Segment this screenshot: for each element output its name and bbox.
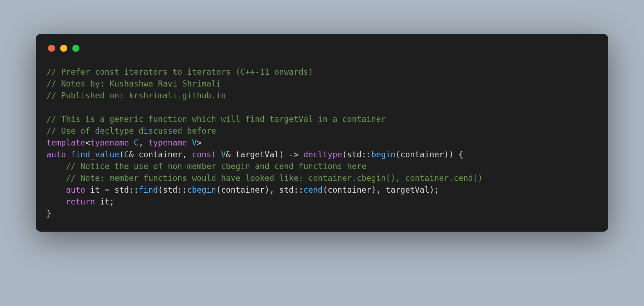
code-comment: // Published on: krshrimali.github.io [47, 91, 226, 100]
code-punct: :: [294, 185, 303, 194]
window-traffic-lights [48, 45, 597, 52]
traffic-minimize-icon[interactable] [60, 45, 67, 52]
code-punct: > [197, 138, 202, 147]
code-namespace: std [114, 185, 129, 194]
code-namespace: std [163, 185, 177, 194]
code-punct: ), [371, 185, 386, 194]
code-punct: ( [158, 185, 163, 194]
code-namespace: std [279, 185, 294, 194]
code-comment: // Notes by: Kushashwa Ravi Shrimali [47, 79, 221, 88]
code-punct: ) -> [279, 150, 303, 159]
code-space [216, 150, 221, 159]
code-punct: = [100, 185, 114, 194]
code-comment: // Notice the use of non-member cbegin a… [47, 162, 366, 171]
code-function: cbegin [187, 185, 216, 194]
code-comment: // This is a generic function which will… [47, 114, 386, 124]
code-namespace: std [347, 150, 362, 159]
code-keyword: auto [47, 150, 66, 159]
code-punct: :: [362, 150, 371, 159]
code-punct: )) { [444, 150, 463, 159]
code-punct: :: [129, 185, 138, 194]
code-keyword: typename [148, 138, 187, 147]
code-card: // Prefer const iterators to iterators (… [36, 34, 608, 232]
traffic-zoom-icon[interactable] [72, 45, 79, 52]
code-identifier: targetVal [235, 150, 279, 159]
code-punct: & [226, 150, 235, 159]
code-punct: ( [119, 150, 124, 159]
code-type: C [129, 138, 138, 147]
code-comment: // Note: member functions would have loo… [47, 173, 483, 183]
code-punct: , [182, 150, 192, 159]
code-indent [47, 197, 66, 206]
code-comment: // Use of decltype discussed before [47, 126, 216, 135]
code-punct: } [47, 209, 52, 218]
code-block: // Prefer const iterators to iterators (… [47, 66, 597, 219]
traffic-close-icon[interactable] [48, 45, 55, 52]
code-punct: ; [109, 197, 114, 206]
code-identifier: targetVal [386, 185, 429, 194]
code-keyword: return [66, 197, 95, 206]
code-space [95, 197, 100, 206]
code-space [85, 185, 90, 194]
code-punct: ); [429, 185, 439, 194]
code-identifier: container [221, 185, 265, 194]
code-type: V [221, 150, 226, 159]
code-punct: ( [323, 185, 328, 194]
code-type: V [187, 138, 197, 147]
code-identifier: it [100, 197, 109, 206]
code-card-inner: // Prefer const iterators to iterators (… [36, 34, 608, 232]
code-keyword: const [192, 150, 216, 159]
code-keyword: template [47, 138, 85, 147]
code-function: find [138, 185, 158, 194]
code-punct: ), [265, 185, 279, 194]
code-punct: & [129, 150, 138, 159]
code-punct: < [85, 138, 90, 147]
code-punct: , [138, 138, 148, 147]
code-comment: // Prefer const iterators to iterators (… [47, 67, 313, 76]
code-punct: ( [216, 185, 221, 194]
code-identifier: container [328, 185, 371, 194]
code-identifier: it [90, 185, 100, 194]
code-indent [47, 185, 66, 194]
code-punct: ( [342, 150, 347, 159]
code-identifier: container [138, 150, 182, 159]
code-space [66, 150, 71, 159]
code-punct: ( [395, 150, 400, 159]
code-punct: :: [177, 185, 187, 194]
code-function: find_value [71, 150, 119, 159]
code-type: C [124, 150, 129, 159]
code-keyword: decltype [303, 150, 342, 159]
code-function: cend [303, 185, 323, 194]
code-keyword: typename [90, 138, 129, 147]
code-identifier: container [400, 150, 444, 159]
code-keyword: auto [66, 185, 85, 194]
code-function: begin [371, 150, 396, 159]
